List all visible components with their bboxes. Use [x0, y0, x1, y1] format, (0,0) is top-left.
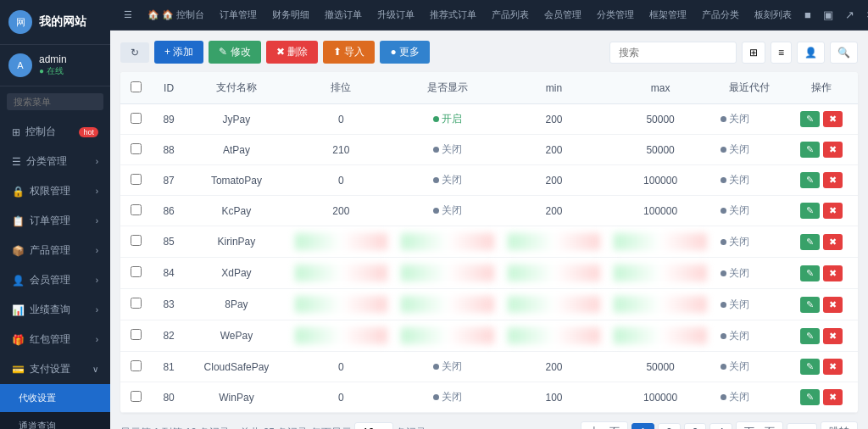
row-checkbox[interactable]	[131, 298, 142, 309]
main-area: ☰ 🏠 🏠 控制台 订单管理 财务明细 撤选订单 升级订单 推荐式订单 产品列表…	[110, 0, 868, 429]
cell-checkbox[interactable]	[120, 289, 153, 320]
nav-members[interactable]: 会员管理	[537, 5, 588, 25]
nav-prodcat[interactable]: 产品分类	[695, 5, 746, 25]
delete-row-button[interactable]: ✖	[823, 389, 843, 405]
edit-row-button[interactable]: ✎	[800, 389, 820, 405]
delete-row-button[interactable]: ✖	[823, 234, 843, 250]
row-checkbox[interactable]	[131, 143, 142, 154]
row-checkbox[interactable]	[131, 174, 142, 185]
row-checkbox[interactable]	[131, 235, 142, 246]
cell-checkbox[interactable]	[120, 165, 153, 196]
view-toggle-list[interactable]: ≡	[771, 42, 792, 64]
sidebar-item-payment-settings[interactable]: 💳支付设置 ∨	[0, 354, 110, 384]
page-btn-2[interactable]: 2	[658, 423, 681, 430]
edit-row-button[interactable]: ✎	[800, 359, 820, 375]
topnav-icon-close[interactable]: ✖	[862, 5, 868, 25]
import-button[interactable]: ⬆ 导入	[323, 41, 375, 64]
nav-products[interactable]: 产品列表	[485, 5, 536, 25]
topnav-icon-2[interactable]: ▣	[819, 5, 837, 25]
nav-cancel[interactable]: 撤选订单	[318, 5, 369, 25]
cell-checkbox[interactable]	[120, 382, 153, 413]
page-jump-button[interactable]: 跳转	[821, 421, 858, 429]
cell-min	[501, 226, 608, 258]
col-last-pay: 最近代付	[714, 72, 785, 104]
row-checkbox[interactable]	[131, 329, 142, 340]
edit-row-button[interactable]: ✎	[800, 203, 820, 219]
sidebar-item-category[interactable]: ☰分类管理 ›	[0, 147, 110, 176]
delete-row-button[interactable]: ✖	[823, 359, 843, 375]
cell-checkbox[interactable]	[120, 104, 153, 135]
more-button[interactable]: ● 更多	[380, 41, 430, 64]
search-button[interactable]: 🔍	[830, 42, 858, 64]
pagination: 上一页 1 2 3 4 下一页 跳转	[581, 421, 858, 429]
next-page-button[interactable]: 下一页	[736, 421, 783, 429]
add-button[interactable]: + 添加	[154, 41, 203, 64]
row-checkbox[interactable]	[131, 266, 142, 277]
per-page-select[interactable]: 10 20 50	[354, 422, 393, 430]
edit-row-button[interactable]: ✎	[800, 172, 820, 188]
nav-board[interactable]: 板刻列表	[748, 5, 798, 25]
delete-row-button[interactable]: ✖	[823, 297, 843, 313]
refresh-button[interactable]: ↻	[120, 42, 149, 63]
sidebar-search-input[interactable]	[7, 93, 103, 110]
row-checkbox[interactable]	[131, 391, 142, 402]
delete-row-button[interactable]: ✖	[823, 172, 843, 188]
nav-frame[interactable]: 框架管理	[643, 5, 693, 25]
delete-row-button[interactable]: ✖	[823, 111, 843, 127]
delete-row-button[interactable]: ✖	[823, 265, 843, 281]
page-btn-3[interactable]: 3	[684, 423, 707, 430]
topnav-icon-1[interactable]: ■	[800, 5, 815, 25]
sidebar-item-member[interactable]: 👤会员管理 ›	[0, 265, 110, 295]
sidebar-item-product[interactable]: 📦产品管理 ›	[0, 236, 110, 265]
cell-checkbox[interactable]	[120, 320, 153, 352]
column-settings-button[interactable]: 👤	[797, 42, 825, 64]
page-btn-4[interactable]: 4	[709, 423, 732, 430]
cell-checkbox[interactable]	[120, 352, 153, 382]
nav-recommend[interactable]: 推荐式订单	[423, 5, 483, 25]
dashboard-badge: hot	[79, 127, 98, 137]
edit-row-button[interactable]: ✎	[800, 265, 820, 281]
cell-checkbox[interactable]	[120, 226, 153, 258]
cell-id: 84	[153, 258, 185, 289]
sidebar-item-redpacket[interactable]: 🎁红包管理 ›	[0, 325, 110, 354]
cell-checkbox[interactable]	[120, 258, 153, 289]
select-all-checkbox[interactable]	[131, 81, 142, 92]
page-btn-1[interactable]: 1	[632, 423, 654, 430]
delete-row-button[interactable]: ✖	[823, 328, 843, 344]
nav-menu-toggle[interactable]: ☰	[117, 6, 139, 24]
row-checkbox[interactable]	[131, 113, 142, 124]
prev-page-button[interactable]: 上一页	[581, 421, 628, 429]
cell-checkbox[interactable]	[120, 135, 153, 165]
sidebar-item-channel-query[interactable]: 通道查询	[0, 412, 110, 429]
sidebar-item-payment-config[interactable]: 代收设置	[0, 384, 110, 412]
sidebar-item-order[interactable]: 📋订单管理 ›	[0, 206, 110, 236]
edit-row-button[interactable]: ✎	[800, 234, 820, 250]
nav-dashboard[interactable]: 🏠 🏠 控制台	[141, 5, 211, 25]
edit-row-button[interactable]: ✎	[800, 142, 820, 158]
cell-name: AtPay	[185, 135, 287, 165]
nav-category[interactable]: 分类管理	[590, 5, 641, 25]
view-toggle-grid[interactable]: ⊞	[742, 42, 765, 64]
delete-row-button[interactable]: ✖	[823, 142, 843, 158]
cell-checkbox[interactable]	[120, 196, 153, 226]
topnav-icon-3[interactable]: ↗	[841, 5, 859, 25]
edit-row-button[interactable]: ✎	[800, 297, 820, 313]
sidebar-item-performance[interactable]: 📊业绩查询 ›	[0, 295, 110, 325]
delete-button[interactable]: ✖ 删除	[266, 41, 318, 64]
edit-row-button[interactable]: ✎	[800, 111, 820, 127]
table-row: 89 JyPay 0 开启 200 50000 关闭 ✎ ✖	[120, 104, 858, 135]
page-jump-input[interactable]	[787, 423, 817, 430]
row-checkbox[interactable]	[131, 204, 142, 215]
payment-settings-arrow: ∨	[92, 365, 98, 374]
cell-min: 200	[501, 104, 608, 135]
row-checkbox[interactable]	[131, 360, 142, 371]
sidebar-item-permission[interactable]: 🔒权限管理 ›	[0, 176, 110, 206]
edit-row-button[interactable]: ✎	[800, 328, 820, 344]
nav-upgrade[interactable]: 升级订单	[370, 5, 421, 25]
search-input[interactable]	[609, 42, 737, 64]
delete-row-button[interactable]: ✖	[823, 203, 843, 219]
nav-finance[interactable]: 财务明细	[265, 5, 316, 25]
sidebar-item-dashboard[interactable]: ⊞控制台 hot	[0, 117, 110, 147]
edit-button[interactable]: ✎ 修改	[209, 41, 260, 64]
nav-order[interactable]: 订单管理	[213, 5, 264, 25]
